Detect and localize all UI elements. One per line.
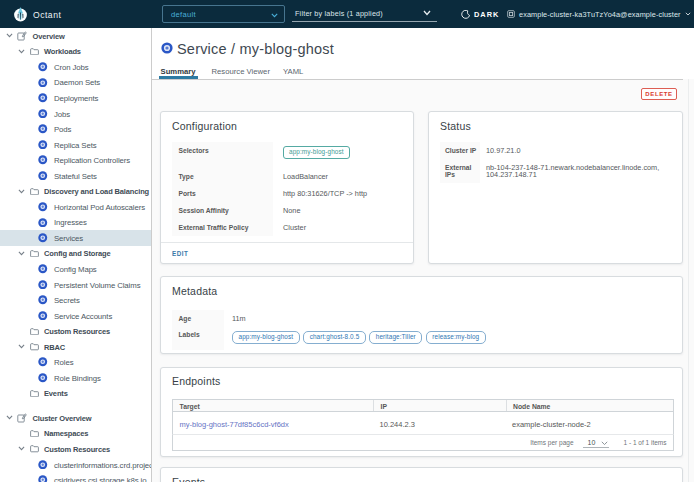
resource-icon (38, 280, 48, 290)
sidebar-item-label: Custom Resources (44, 445, 110, 454)
sidebar-item-services[interactable]: Services (0, 230, 151, 246)
sidebar-item-cron-jobs[interactable]: Cron Jobs (0, 59, 151, 75)
status-summary-table: Cluster IP10.97.21.0External IPsnb-104-2… (440, 142, 659, 183)
sidebar-item-label: Config and Storage (44, 249, 110, 258)
sidebar-item-label: Events (44, 389, 68, 398)
overview-icon (17, 413, 27, 423)
events-card: Events (160, 467, 683, 482)
sidebar-item-clusterinformations-crd-projectcalico-org[interactable]: clusterinformations.crd.projectcalico.or… (0, 457, 151, 473)
sidebar-item-stateful-sets[interactable]: Stateful Sets (0, 168, 151, 184)
sidebar-item-daemon-sets[interactable]: Daemon Sets (0, 75, 151, 91)
chevron-down-icon[interactable] (18, 446, 25, 451)
sidebar-item-roles[interactable]: Roles (0, 354, 151, 370)
sidebar-item-secrets[interactable]: Secrets (0, 292, 151, 308)
endpoint-target-link[interactable]: my-blog-ghost-77df85c6cd-vf6dx (173, 412, 373, 434)
sidebar-item-replication-controllers[interactable]: Replication Controllers (0, 152, 151, 168)
sidebar-item-label: Role Bindings (54, 374, 101, 383)
sidebar-item-replica-sets[interactable]: Replica Sets (0, 137, 151, 153)
delete-button[interactable]: DELETE (641, 88, 677, 100)
sidebar-item-label: csidrivers.csi.storage.k8s.io (54, 476, 146, 482)
sidebar-item-persistent-volume-claims[interactable]: Persistent Volume Claims (0, 277, 151, 293)
sidebar-item-custom-resources[interactable]: Custom Resources (0, 323, 151, 339)
summary-row-value: nb-104-237-148-71.newark.nodebalancer.li… (480, 159, 660, 183)
tab-resource-viewer[interactable]: Resource Viewer (210, 63, 272, 79)
folder-icon (30, 445, 39, 453)
label-tag[interactable]: release:my-blog (426, 331, 486, 344)
sidebar-item-deployments[interactable]: Deployments (0, 90, 151, 106)
edit-link[interactable]: EDIT (172, 250, 188, 257)
resource-icon (38, 124, 48, 134)
cluster-icon (507, 10, 515, 18)
summary-row-value: LoadBalancer (273, 168, 367, 185)
sidebar-item-config-maps[interactable]: Config Maps (0, 261, 151, 277)
namespace-select[interactable]: default (162, 5, 285, 23)
endpoint-node-name: example-cluster-node-2 (506, 412, 673, 434)
folder-icon (30, 328, 39, 336)
sidebar-item-label: Replication Controllers (54, 156, 130, 165)
selector-tag: app:my-blog-ghost (283, 146, 350, 159)
sidebar-item-discovery-and-load-balancing[interactable]: Discovery and Load Balancing (0, 183, 151, 199)
sidebar-item-rbac[interactable]: RBAC (0, 339, 151, 355)
tab-yaml[interactable]: YAML (281, 63, 305, 79)
sidebar-item-workloads[interactable]: Workloads (0, 44, 151, 60)
chevron-down-icon (423, 10, 431, 16)
chevron-down-icon[interactable] (6, 33, 13, 38)
sidebar-item-jobs[interactable]: Jobs (0, 106, 151, 122)
sidebar-item-pods[interactable]: Pods (0, 121, 151, 137)
summary-row-ports: Portshttp 80:31626/TCP -> http (172, 185, 367, 202)
sidebar-item-config-and-storage[interactable]: Config and Storage (0, 246, 151, 262)
cluster-context-selector[interactable]: example-cluster-ka3TuTzYo4a@example-clus… (507, 7, 691, 21)
sidebar-item-horizontal-pod-autoscalers[interactable]: Horizontal Pod Autoscalers (0, 199, 151, 215)
summary-row-session-affinity: Session AffinityNone (172, 202, 367, 219)
theme-toggle-button[interactable]: DARK (461, 7, 499, 21)
summary-row-label: Type (172, 168, 273, 185)
summary-row-label: Selectors (172, 142, 273, 168)
sidebar-item-cluster-overview[interactable]: Cluster Overview (0, 410, 151, 426)
chevron-down-icon[interactable] (18, 344, 25, 349)
label-tag[interactable]: app:my-blog-ghost (232, 331, 300, 344)
chevron-down-icon[interactable] (18, 189, 25, 194)
summary-row-type: TypeLoadBalancer (172, 168, 367, 185)
summary-row-value: 10.97.21.0 (480, 142, 660, 159)
summary-row-label: Labels (172, 326, 224, 350)
sidebar-item-csidrivers-csi-storage-k8s-io[interactable]: csidrivers.csi.storage.k8s.io (0, 472, 151, 482)
sidebar-item-namespaces[interactable]: Namespaces (0, 426, 151, 442)
page-scrollbar-track[interactable] (688, 28, 689, 482)
chevron-down-icon[interactable] (18, 251, 25, 256)
sidebar-group-gap (0, 401, 151, 410)
chevron-down-icon[interactable] (18, 49, 25, 54)
summary-row-labels: Labelsapp:my-blog-ghostchart:ghost-8.0.5… (172, 326, 489, 350)
resource-icon (38, 78, 48, 88)
summary-row-label: Cluster IP (440, 142, 480, 159)
page-size-select[interactable]: 10 (583, 437, 609, 448)
summary-row-label: External Traffic Policy (172, 219, 273, 236)
sidebar-item-label: Cron Jobs (54, 63, 89, 72)
chevron-down-icon[interactable] (6, 415, 13, 420)
resource-icon (38, 62, 48, 72)
resource-icon (38, 218, 48, 228)
sidebar-item-label: Daemon Sets (54, 78, 100, 87)
endpoints-table: TargetIPNode Name my-blog-ghost-77df85c6… (172, 399, 674, 451)
folder-icon (30, 48, 39, 56)
sidebar-item-events[interactable]: Events (0, 386, 151, 402)
label-filter-input[interactable]: Filter by labels (1 applied) (292, 5, 437, 22)
sidebar-item-label: Custom Resources (44, 327, 110, 336)
resource-icon (38, 155, 48, 165)
sidebar-item-service-accounts[interactable]: Service Accounts (0, 308, 151, 324)
label-tag[interactable]: heritage:Tiller (369, 331, 422, 344)
resource-icon (38, 233, 48, 243)
metadata-summary-table: Age11mLabelsapp:my-blog-ghostchart:ghost… (172, 310, 489, 350)
tab-summary[interactable]: Summary (159, 63, 198, 79)
summary-row-value-labels: app:my-blog-ghostchart:ghost-8.0.5herita… (224, 326, 489, 350)
sidebar-item-label: Secrets (54, 296, 80, 305)
sidebar-item-ingresses[interactable]: Ingresses (0, 215, 151, 231)
label-tag[interactable]: chart:ghost-8.0.5 (303, 331, 366, 344)
events-card-title: Events (172, 476, 205, 482)
endpoints-table-footer: Items per page 10 1 - 1 of 1 items (172, 435, 674, 451)
sidebar-item-role-bindings[interactable]: Role Bindings (0, 370, 151, 386)
folder-icon (30, 188, 39, 196)
summary-row-value: 11m (224, 310, 489, 326)
sidebar-item-overview[interactable]: Overview (0, 28, 151, 44)
sidebar-item-custom-resources[interactable]: Custom Resources (0, 441, 151, 457)
sidebar-item-label: Deployments (54, 94, 98, 103)
